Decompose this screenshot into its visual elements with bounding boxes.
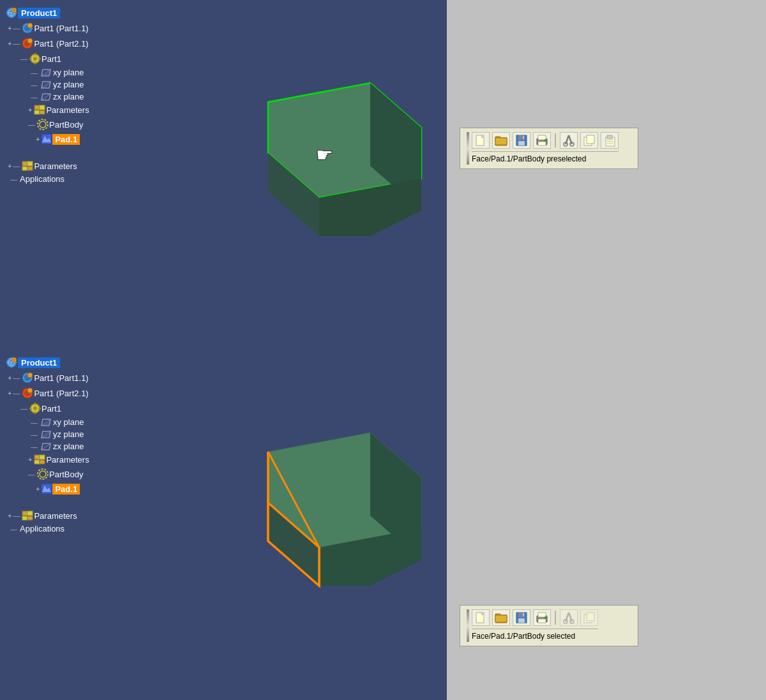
xy-label-top: xy plane [53,68,84,77]
new-button-bottom[interactable] [472,609,490,626]
toolbar-icons-bottom [472,609,598,629]
partbody-label-top: PartBody [49,120,83,130]
part1-icon-top [21,22,34,34]
root-parameters-icon-bottom [21,510,34,521]
toolbar-widget-bottom: Face/Pad.1/PartBody selected [460,605,638,646]
tree-part1-gear-top[interactable]: — Part1 [5,51,198,66]
svg-rect-15 [29,58,32,59]
gear-icon-top [29,52,41,65]
svg-point-100 [40,471,46,477]
tree-applications-bottom[interactable]: — Applications [5,523,198,535]
xy-plane-icon-top [39,68,52,77]
svg-rect-84 [29,408,32,409]
toolbar-sep1-bottom [555,611,556,625]
svg-rect-98 [40,460,45,464]
toolbar-container-top: Face/Pad.1/PartBody preselected [460,128,638,169]
tree-yz-top[interactable]: — yz plane [5,78,198,91]
tree-partbody-top[interactable]: — PartBody [5,117,198,132]
parameters-label-bottom: Parameters [46,455,89,465]
cad-viewport-top[interactable]: Product1 + — Part1 (Part1.1) + — [0,0,447,350]
tree-yz-bottom[interactable]: — yz plane [5,428,198,440]
top-section: Product1 + — Part1 (Part1.1) + — [0,0,766,350]
3d-shape-top[interactable]: ☛ [217,51,434,270]
tree-part1-1-top[interactable]: + — Part1 (Part1.1) [5,20,198,36]
toolbar-icons-top [472,132,619,152]
tree-zx-top[interactable]: — zx plane [5,91,198,103]
svg-rect-82 [34,403,36,405]
shape-svg-top [217,51,434,268]
gear-icon-bottom [29,402,41,415]
cut-button-bottom[interactable] [560,609,578,626]
svg-rect-34 [22,161,27,166]
svg-rect-16 [38,58,41,59]
copy-button-bottom[interactable] [580,609,598,626]
svg-rect-134 [587,613,594,621]
svg-point-128 [544,617,546,619]
part2-1-label-top: Part1 (Part2.1) [34,39,88,48]
yz-plane-icon-bottom [39,430,52,439]
svg-rect-14 [34,62,36,64]
svg-rect-55 [538,135,546,140]
zx-plane-icon-top [39,93,52,101]
tree-part2-1-bottom[interactable]: + — Part1 (Part2.1) [5,385,198,401]
toolbar-content-top: Face/Pad.1/PartBody preselected [472,132,619,165]
cad-viewport-bottom[interactable]: Product1 + — Part1 (Part1.1) + — [0,350,447,700]
tree-panel-top: Product1 + — Part1 (Part1.1) + — [0,0,198,350]
tree-root-bottom[interactable]: Product1 [5,355,198,370]
svg-rect-124 [523,613,524,616]
copy-button-top[interactable] [580,132,598,149]
new-button-top[interactable] [472,132,490,149]
product-label-top[interactable]: Product1 [18,8,60,19]
open-button-top[interactable] [492,132,510,149]
svg-rect-120 [495,615,507,622]
xy-label-bottom: xy plane [53,417,84,427]
print-button-top[interactable] [533,132,551,149]
product-label-bottom[interactable]: Product1 [18,357,60,368]
toolbar-sep1-top [555,133,556,147]
part1-1-label-top: Part1 (Part1.1) [34,24,88,33]
tree-pad1-bottom[interactable]: + Pad.1 [5,482,198,496]
paste-button-top[interactable] [601,132,619,149]
sketch-icon-top [41,133,52,145]
part1-1-label-bottom: Part1 (Part1.1) [34,373,88,383]
tree-applications-top[interactable]: — Applications [5,173,198,185]
tree-parameters-top[interactable]: + Parameters [5,103,198,117]
svg-point-12 [33,57,37,61]
part2-icon-bottom [21,387,34,399]
tree-zx-bottom[interactable]: — zx plane [5,440,198,452]
svg-point-7 [27,23,33,28]
tree-xy-bottom[interactable]: — xy plane [5,416,198,428]
right-panel-top: Face/Pad.1/PartBody preselected [447,0,766,350]
3d-shape-bottom[interactable] [217,401,434,620]
svg-point-57 [544,140,546,142]
tree-part2-1-top[interactable]: + — Part1 (Part2.1) [5,36,198,51]
svg-rect-35 [27,161,33,166]
svg-point-10 [27,38,33,43]
parameters-label-top: Parameters [46,105,89,115]
tree-root-parameters-top[interactable]: + — Parameters [5,159,198,173]
open-button-bottom[interactable] [492,609,510,626]
cut-button-top[interactable] [560,132,578,149]
pad1-label-top[interactable]: Pad.1 [52,134,80,145]
tree-parameters-bottom[interactable]: + Parameters [5,452,198,466]
partbody-icon-bottom [36,468,49,480]
tree-partbody-bottom[interactable]: — PartBody [5,466,198,482]
save-button-bottom[interactable] [513,609,530,626]
tree-root-parameters-bottom[interactable]: + — Parameters [5,509,198,523]
tree-pad1-top[interactable]: + Pad.1 [5,132,198,146]
parameters-icon-top [33,104,46,115]
svg-rect-104 [27,511,33,516]
tree-root-top[interactable]: Product1 [5,5,198,20]
print-button-bottom[interactable] [533,609,551,626]
pad1-label-bottom[interactable]: Pad.1 [52,484,80,495]
tree-part1-gear-bottom[interactable]: — Part1 [5,401,198,416]
svg-rect-28 [34,110,40,114]
tree-xy-top[interactable]: — xy plane [5,66,198,78]
tree-part1-1-bottom[interactable]: + — Part1 (Part1.1) [5,370,198,385]
applications-label-bottom: Applications [20,524,64,533]
svg-rect-123 [518,618,525,623]
svg-point-81 [33,406,37,410]
svg-rect-83 [34,412,36,414]
save-button-top[interactable] [513,132,530,149]
svg-rect-106 [27,516,33,520]
